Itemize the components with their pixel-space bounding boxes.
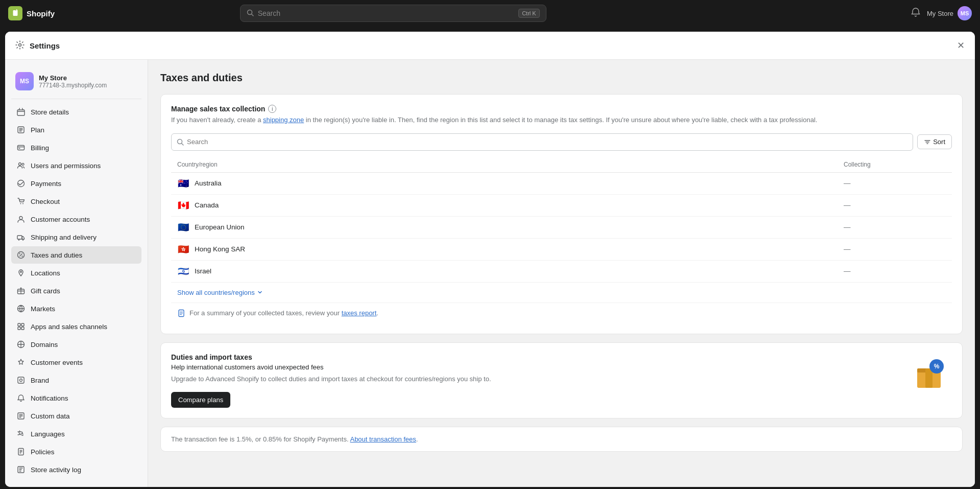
svg-rect-4 [17, 110, 25, 115]
svg-point-15 [18, 239, 19, 240]
sidebar-item-customer-accounts[interactable]: Customer accounts [11, 211, 141, 228]
sidebar-label: Custom data [31, 412, 70, 420]
sidebar-label: Store activity log [31, 466, 81, 474]
country-name: Hong Kong SAR [195, 245, 245, 253]
table-row[interactable]: 🇦🇺 Australia — [171, 173, 952, 195]
sidebar-label: Customer events [31, 359, 83, 366]
table-row[interactable]: 🇭🇰 Hong Kong SAR — [171, 239, 952, 261]
show-all-countries-link[interactable]: Show all countries/regions [171, 283, 952, 298]
svg-rect-6 [18, 146, 25, 150]
notifications-icon[interactable] [911, 7, 921, 20]
store-header: MS My Store 777148-3.myshopify.com [11, 68, 141, 99]
sidebar-item-apps[interactable]: Apps and sales channels [11, 318, 141, 335]
topnav-right: My Store MS [911, 6, 972, 20]
sidebar-item-activity-log[interactable]: Store activity log [11, 461, 141, 478]
sidebar-label: Store details [31, 108, 69, 116]
store-avatar: MS [15, 72, 34, 90]
search-shortcut: Ctrl K [518, 9, 540, 18]
flag-australia: 🇦🇺 [177, 179, 189, 188]
svg-rect-23 [18, 327, 20, 330]
sidebar-item-languages[interactable]: Languages [11, 425, 141, 443]
sidebar-label: Domains [31, 341, 58, 348]
settings-gear-icon [15, 40, 25, 51]
policies-icon [16, 447, 26, 456]
sidebar-label: Customer accounts [31, 216, 90, 223]
taxes-report-link[interactable]: taxes report [342, 309, 377, 317]
svg-point-12 [22, 203, 23, 204]
svg-line-33 [182, 143, 184, 145]
svg-line-2 [251, 14, 253, 16]
custom-data-icon [16, 411, 26, 421]
sidebar-item-store-details[interactable]: Store details [11, 103, 141, 121]
svg-point-9 [22, 164, 24, 166]
duties-illustration: % [911, 355, 947, 392]
collecting-value: — [844, 245, 946, 253]
sidebar-item-plan[interactable]: Plan [11, 121, 141, 138]
apps-icon [16, 322, 26, 331]
bottom-note: The transaction fee is 1.5%, or 0.85% fo… [160, 427, 963, 452]
svg-point-8 [19, 163, 21, 166]
tax-report-text: For a summary of your collected taxes, r… [189, 309, 378, 317]
duties-title: Duties and import taxes [171, 353, 952, 361]
table-row[interactable]: 🇨🇦 Canada — [171, 195, 952, 217]
sidebar-label: Markets [31, 305, 55, 313]
sidebar-item-gift-cards[interactable]: Gift cards [11, 282, 141, 299]
duties-desc: Upgrade to Advanced Shopify to collect d… [171, 374, 718, 384]
plan-icon [16, 125, 26, 134]
sort-icon [924, 138, 931, 146]
sidebar-item-users-permissions[interactable]: Users and permissions [11, 157, 141, 174]
activity-log-icon [16, 465, 26, 474]
svg-rect-14 [17, 236, 22, 239]
shopify-logo: Shopify [8, 6, 55, 20]
store-selector[interactable]: My Store MS [927, 6, 972, 20]
sidebar-item-shipping[interactable]: Shipping and delivery [11, 228, 141, 246]
country-name: Israel [195, 267, 211, 275]
flag-hongkong: 🇭🇰 [177, 245, 189, 254]
chevron-down-icon [257, 289, 263, 295]
sort-button[interactable]: Sort [917, 134, 952, 149]
sidebar-item-checkout[interactable]: Checkout [11, 193, 141, 210]
sidebar-item-billing[interactable]: Billing [11, 139, 141, 156]
country-cell: 🇮🇱 Israel [177, 267, 844, 276]
country-search-bar: Sort [171, 133, 952, 151]
sidebar-label: Taxes and duties [31, 251, 82, 259]
sales-tax-card: Manage sales tax collection i If you hav… [160, 94, 963, 334]
svg-rect-21 [18, 323, 20, 326]
country-search-input-wrap[interactable] [171, 133, 913, 151]
svg-point-16 [22, 239, 23, 240]
search-icon [177, 138, 184, 146]
settings-modal: Settings ✕ MS My Store 777148-3.myshopif… [5, 32, 975, 487]
sidebar-item-locations[interactable]: Locations [11, 264, 141, 282]
sidebar-label: Locations [31, 269, 60, 277]
country-search-input[interactable] [187, 138, 907, 146]
close-settings-button[interactable]: ✕ [957, 40, 965, 51]
table-row[interactable]: 🇪🇺 European Union — [171, 217, 952, 239]
notifications-nav-icon [16, 393, 26, 403]
search-input[interactable] [258, 9, 515, 17]
flag-canada: 🇨🇦 [177, 201, 189, 210]
billing-icon [16, 143, 26, 152]
sidebar-item-payments[interactable]: Payments [11, 175, 141, 192]
brand-icon [16, 376, 26, 385]
transaction-fees-link[interactable]: About transaction fees [350, 435, 416, 443]
sidebar-item-markets[interactable]: Markets [11, 300, 141, 317]
sidebar-label: Notifications [31, 394, 68, 402]
sidebar-item-notifications[interactable]: Notifications [11, 389, 141, 407]
sidebar-item-custom-data[interactable]: Custom data [11, 407, 141, 425]
topnav: Shopify Ctrl K My Store MS [0, 0, 980, 27]
duties-subtitle: Help international customers avoid unexp… [171, 363, 952, 371]
sidebar-item-taxes[interactable]: Taxes and duties [11, 246, 141, 264]
sidebar-item-policies[interactable]: Policies [11, 443, 141, 460]
main-content: Taxes and duties Manage sales tax collec… [148, 60, 975, 487]
sidebar-item-brand[interactable]: Brand [11, 371, 141, 389]
sidebar-item-customer-events[interactable]: Customer events [11, 354, 141, 371]
table-row[interactable]: 🇮🇱 Israel — [171, 261, 952, 283]
global-search[interactable]: Ctrl K [240, 5, 546, 22]
compare-plans-button[interactable]: Compare plans [171, 392, 230, 408]
sidebar-label: Checkout [31, 198, 60, 205]
collecting-value: — [844, 267, 946, 275]
info-icon[interactable]: i [268, 105, 276, 113]
collecting-value: — [844, 179, 946, 187]
shipping-zone-link[interactable]: shipping zone [263, 116, 304, 124]
sidebar-item-domains[interactable]: Domains [11, 336, 141, 353]
